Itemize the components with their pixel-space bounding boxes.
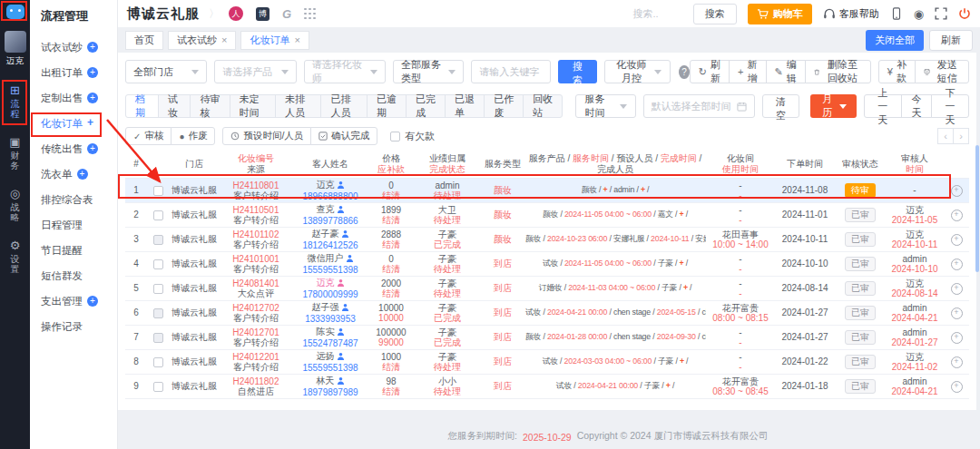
close-icon[interactable]: × bbox=[294, 34, 299, 45]
sidebar-item-4[interactable]: 传统出售+ bbox=[30, 136, 117, 161]
sidebar-item-7[interactable]: 日程管理 bbox=[30, 212, 117, 238]
edit-button[interactable]: ✎编辑 bbox=[766, 60, 806, 83]
sidebar-item-1[interactable]: 出租订单+ bbox=[30, 60, 117, 85]
row-checkbox[interactable] bbox=[153, 284, 163, 294]
cart-button[interactable]: 购物车 bbox=[748, 4, 812, 24]
next-day-button[interactable]: 下一天 bbox=[931, 94, 969, 118]
sidebar-item-6[interactable]: 排控综合表 bbox=[30, 187, 117, 212]
today-button[interactable]: 今天 bbox=[901, 94, 933, 118]
global-search-input[interactable]: 搜索.. bbox=[633, 7, 659, 21]
preset-time-button[interactable]: 预设时间/人员 bbox=[222, 127, 311, 145]
refresh-list-button[interactable]: ↻刷新 bbox=[690, 60, 730, 83]
close-icon[interactable]: × bbox=[221, 34, 227, 45]
add-button[interactable]: +新增 bbox=[729, 60, 767, 83]
rail-item-3[interactable]: ⚙设置 bbox=[9, 239, 20, 274]
scroll-left-button[interactable]: ‹ bbox=[937, 128, 954, 144]
app-logo[interactable] bbox=[0, 0, 30, 23]
sidebar-item-9[interactable]: 短信群发 bbox=[30, 263, 117, 288]
confirm-complete-button[interactable]: 确认完成 bbox=[310, 127, 377, 145]
monthly-control-button[interactable]: 化妆师月控 bbox=[604, 60, 671, 83]
fullscreen-icon[interactable] bbox=[935, 7, 947, 20]
customer-phone[interactable]: 15524787487 bbox=[293, 338, 368, 349]
keyword-input[interactable] bbox=[471, 60, 551, 83]
delete-to-recycle-button[interactable]: 删除至回收站 bbox=[805, 60, 871, 83]
detail-expand-icon[interactable]: + bbox=[951, 259, 963, 270]
status-tab-10[interactable]: 回收站 bbox=[523, 94, 563, 118]
search-button[interactable]: 搜索 bbox=[558, 60, 597, 83]
row-checkbox[interactable] bbox=[153, 357, 163, 367]
audit-button[interactable]: ✓审核 bbox=[125, 127, 172, 145]
record-icon[interactable]: ◉ bbox=[914, 7, 924, 21]
table-row[interactable]: 6博诚云礼服H24012702客户转介绍赵子强13339939531000010… bbox=[125, 301, 969, 326]
send-sms-button[interactable]: 发送短信 bbox=[915, 60, 969, 83]
rail-item-0[interactable]: ⊞流程 bbox=[9, 83, 20, 119]
sidebar-item-3[interactable]: 化妆订单+ bbox=[30, 111, 117, 136]
customer-phone[interactable]: 17800009999 bbox=[293, 289, 368, 300]
service-time-select[interactable]: 服务时间 bbox=[575, 94, 635, 118]
mobile-icon[interactable] bbox=[890, 7, 903, 20]
table-row[interactable]: 5博诚云礼服H24081401大众点评迈克178000099992000结清子豪… bbox=[125, 277, 969, 301]
status-tab-0[interactable]: 档期 bbox=[125, 94, 159, 118]
status-tab-7[interactable]: 已完成 bbox=[406, 94, 446, 118]
table-row[interactable]: 8博诚云礼服H24012201客户转介绍远扬155595513981000结清子… bbox=[125, 350, 969, 375]
row-checkbox[interactable] bbox=[153, 186, 163, 196]
void-button[interactable]: ●作废 bbox=[171, 127, 215, 145]
customer-phone[interactable]: 15559551398 bbox=[293, 265, 368, 276]
status-tab-2[interactable]: 待审核 bbox=[190, 94, 230, 118]
app-grid-icon[interactable] bbox=[304, 8, 316, 20]
status-tab-4[interactable]: 未排人员 bbox=[275, 94, 321, 118]
detail-expand-icon[interactable]: + bbox=[951, 307, 963, 319]
customer-phone[interactable]: 1333993953 bbox=[293, 314, 368, 325]
customer-phone[interactable]: 13899778866 bbox=[293, 216, 368, 227]
date-range-input[interactable]: 默认选择全部时间 bbox=[643, 94, 755, 118]
repay-button[interactable]: ¥补款 bbox=[878, 60, 916, 83]
customer-phone[interactable]: 18979897989 bbox=[293, 387, 368, 398]
table-row[interactable]: 7博诚云礼服H24012701客户转介绍陈实155247874871000009… bbox=[125, 326, 969, 350]
status-tab-5[interactable]: 已排人员 bbox=[320, 94, 367, 118]
detail-expand-icon[interactable]: + bbox=[951, 283, 963, 295]
tab-2[interactable]: 化妆订单× bbox=[240, 31, 309, 50]
row-checkbox[interactable] bbox=[153, 210, 163, 220]
artist-select[interactable]: 请选择化妆师 bbox=[304, 60, 386, 83]
sidebar-item-0[interactable]: 试衣试纱+ bbox=[30, 34, 117, 60]
detail-expand-icon[interactable]: + bbox=[951, 332, 963, 344]
vertical-scrollbar[interactable] bbox=[975, 145, 979, 272]
sidebar-item-11[interactable]: 操作记录 bbox=[30, 314, 117, 339]
calendar-view-button[interactable]: 月历 bbox=[810, 94, 857, 118]
power-icon[interactable] bbox=[958, 7, 971, 20]
clear-button[interactable]: 清空 bbox=[762, 94, 800, 118]
status-tab-8[interactable]: 已退单 bbox=[445, 94, 485, 118]
customer-phone[interactable]: 18966888800 bbox=[293, 191, 368, 202]
tab-0[interactable]: 首页 bbox=[125, 31, 163, 50]
detail-expand-icon[interactable]: + bbox=[951, 234, 963, 246]
row-checkbox[interactable] bbox=[153, 382, 163, 392]
status-tab-3[interactable]: 未定时间 bbox=[230, 94, 276, 118]
brand-circle-icon[interactable]: 人 bbox=[229, 6, 243, 21]
sidebar-item-8[interactable]: 节日提醒 bbox=[30, 238, 117, 263]
prev-day-button[interactable]: 上一天 bbox=[864, 94, 902, 118]
status-tab-9[interactable]: 已作废 bbox=[484, 94, 524, 118]
table-row[interactable]: 4博诚云礼服H24101001客户转介绍微信用户155595513980结清子豪… bbox=[125, 252, 969, 277]
refresh-tab-button[interactable]: 刷新 bbox=[929, 30, 973, 51]
status-tab-6[interactable]: 已逾期 bbox=[367, 94, 407, 118]
rail-item-1[interactable]: ▣财务 bbox=[9, 135, 20, 171]
help-circle-icon[interactable]: ? bbox=[679, 65, 690, 79]
detail-expand-icon[interactable]: + bbox=[951, 381, 963, 393]
brand-square-icon[interactable]: 博 bbox=[256, 7, 270, 21]
customer-phone[interactable]: 15559551398 bbox=[293, 363, 368, 374]
service-type-select[interactable]: 全部服务类型 bbox=[393, 60, 464, 83]
global-search-button[interactable]: 搜索 bbox=[693, 4, 737, 24]
table-row[interactable]: 3博诚云礼服H24101102客户转介绍赵子豪181264125262888结清… bbox=[125, 228, 969, 252]
sidebar-item-2[interactable]: 定制出售+ bbox=[30, 85, 117, 111]
has-debt-checkbox[interactable]: 有欠款 bbox=[390, 130, 435, 143]
tab-1[interactable]: 试衣试纱× bbox=[168, 31, 236, 50]
detail-expand-icon[interactable]: + bbox=[951, 185, 963, 197]
rail-user[interactable]: 迈克 bbox=[5, 31, 26, 67]
status-tab-1[interactable]: 试妆 bbox=[158, 94, 191, 118]
product-select[interactable]: 请选择产品 bbox=[214, 60, 296, 83]
help-button[interactable]: 客服帮助 bbox=[823, 7, 879, 21]
table-row[interactable]: 9博诚云礼服H24011802自然进店林天1897989798998结清小小待处… bbox=[125, 375, 969, 399]
table-row[interactable]: 1博诚云礼服H24110801客户转介绍迈克189668888000结清admi… bbox=[125, 179, 969, 203]
customer-phone[interactable]: 18126412526 bbox=[293, 240, 368, 251]
scroll-right-button[interactable]: › bbox=[953, 128, 969, 144]
